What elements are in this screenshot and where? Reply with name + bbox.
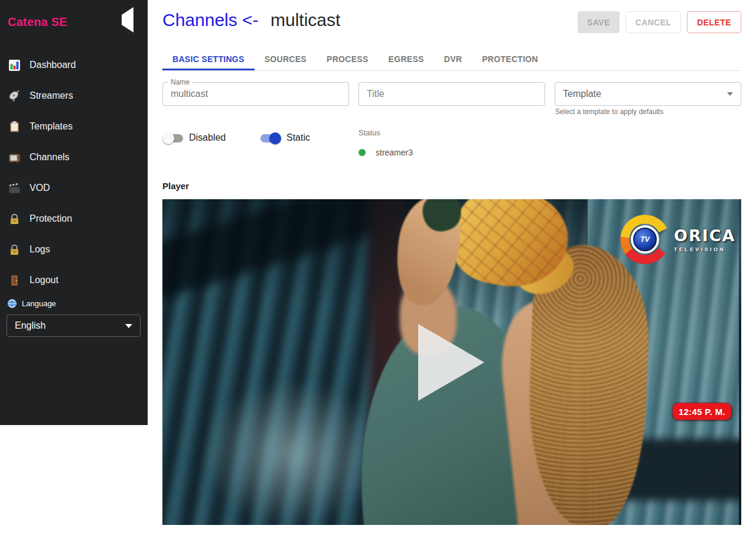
tab-egress[interactable]: EGRESS — [379, 50, 434, 70]
sidebar-item-label: Dashboard — [30, 60, 76, 70]
template-select[interactable]: Template — [555, 82, 741, 106]
time-overlay-badge: 12:45 P. M. — [673, 403, 731, 420]
lock-icon — [8, 243, 21, 256]
sidebar-item-label: Streamers — [30, 90, 73, 101]
sidebar-item-label: Logout — [30, 275, 58, 286]
delete-button[interactable]: DELETE — [687, 11, 741, 33]
name-field-label: Name — [168, 78, 192, 86]
sidebar-header: Catena SE — [0, 0, 148, 45]
status-item: streamer3 — [359, 148, 413, 157]
logo-tv-badge: TV — [633, 228, 657, 251]
page-title-row: Channels <- multicast — [162, 10, 340, 30]
sidebar-item-label: Channels — [30, 152, 70, 163]
lock-icon — [8, 212, 21, 225]
language-section: Language English — [0, 299, 148, 309]
title-input[interactable] — [367, 89, 537, 99]
satellite-dish-icon — [8, 89, 21, 102]
action-buttons: SAVE CANCEL DELETE — [578, 11, 741, 33]
name-input[interactable] — [171, 89, 341, 99]
status-streamer-name: streamer3 — [376, 148, 413, 157]
logo-inner-circle: TV — [631, 225, 659, 254]
cancel-button[interactable]: CANCEL — [625, 11, 682, 33]
video-right-edge — [739, 199, 741, 525]
static-toggle-label: Static — [286, 132, 310, 143]
name-field: Name — [162, 82, 349, 106]
disabled-toggle-label: Disabled — [189, 132, 226, 143]
status-label: Status — [359, 128, 380, 137]
clipboard-icon — [8, 120, 21, 133]
template-select-value: Template — [563, 89, 601, 99]
app-root: Catena SE Dashboard Streamers Templates … — [0, 0, 756, 535]
tab-protection[interactable]: PROTECTION — [472, 50, 548, 70]
tv-icon — [8, 151, 21, 164]
online-status-dot — [359, 149, 366, 156]
collapse-sidebar-button[interactable] — [122, 15, 135, 30]
save-button[interactable]: SAVE — [578, 11, 620, 33]
logo-sub-text: TELEVISION — [674, 247, 736, 252]
caret-down-icon — [125, 324, 132, 328]
door-icon — [8, 274, 21, 287]
sidebar-item-label: Templates — [30, 121, 73, 132]
sidebar-item-dashboard[interactable]: Dashboard — [0, 50, 148, 80]
page-title: multicast — [271, 10, 340, 30]
player-heading: Player — [162, 181, 189, 191]
sidebar-item-logout[interactable]: Logout — [0, 265, 148, 296]
left-triangle-icon — [122, 7, 133, 33]
sidebar-item-label: VOD — [30, 183, 50, 193]
logo-text-block: ORICA TELEVISION — [674, 226, 736, 252]
sidebar-item-label: Logs — [30, 244, 50, 255]
sidebar-item-logs[interactable]: Logs — [0, 234, 148, 265]
language-select[interactable]: English — [6, 314, 141, 337]
sidebar-nav: Dashboard Streamers Templates Channels V… — [0, 50, 148, 296]
language-label: Language — [22, 299, 56, 308]
sidebar-item-templates[interactable]: Templates — [0, 111, 148, 142]
clapperboard-icon — [8, 181, 21, 194]
static-toggle[interactable] — [260, 132, 281, 144]
tab-bar: BASIC SETTINGS SOURCES PROCESS EGRESS DV… — [162, 50, 741, 71]
channel-watermark-logo: TV ORICA TELEVISION — [620, 215, 736, 264]
sidebar-item-channels[interactable]: Channels — [0, 142, 148, 173]
title-field — [359, 82, 545, 106]
template-helper-text: Select a template to apply defaults — [555, 108, 663, 116]
bar-chart-icon — [8, 59, 21, 72]
main-content: Channels <- multicast SAVE CANCEL DELETE… — [148, 0, 756, 535]
language-selected-value: English — [15, 320, 45, 331]
sidebar: Catena SE Dashboard Streamers Templates … — [0, 0, 148, 425]
logo-brand-text: ORICA — [674, 226, 736, 245]
globe-icon — [7, 299, 17, 309]
sidebar-item-protection[interactable]: Protection — [0, 203, 148, 234]
sidebar-item-streamers[interactable]: Streamers — [0, 80, 148, 111]
video-player[interactable]: TV ORICA TELEVISION 12:45 P. M. — [162, 199, 741, 525]
sidebar-item-vod[interactable]: VOD — [0, 173, 148, 203]
tab-process[interactable]: PROCESS — [317, 50, 379, 70]
caret-down-icon — [727, 92, 733, 96]
tab-sources[interactable]: SOURCES — [255, 50, 317, 70]
sidebar-item-label: Protection — [30, 213, 72, 224]
brand-logo: Catena SE — [8, 15, 67, 29]
disabled-toggle[interactable] — [162, 132, 184, 144]
tab-basic-settings[interactable]: BASIC SETTINGS — [162, 50, 255, 70]
channel-logo-mark: TV — [620, 215, 670, 264]
tab-dvr[interactable]: DVR — [434, 50, 472, 70]
breadcrumb-channels-link[interactable]: Channels <- — [162, 10, 259, 30]
